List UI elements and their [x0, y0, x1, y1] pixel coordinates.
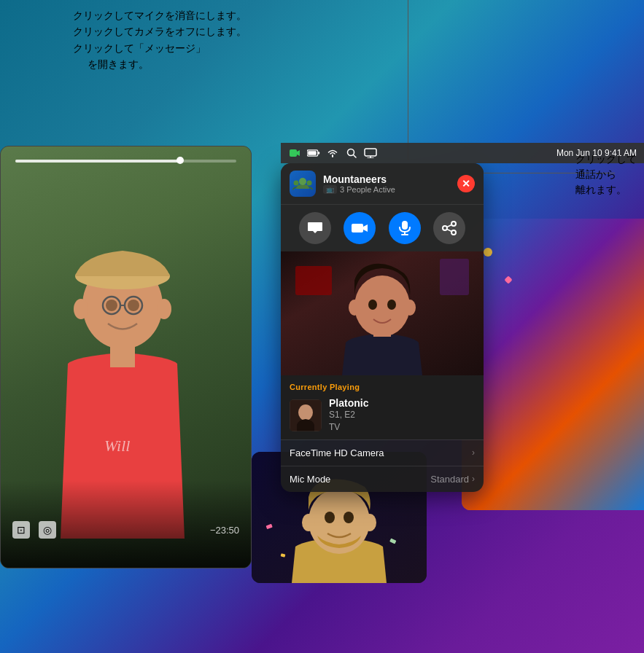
appletv-badge: 📺: [323, 185, 337, 194]
search-icon[interactable]: [345, 146, 358, 160]
svg-point-39: [404, 300, 416, 316]
facetime-menubar-icon[interactable]: [288, 146, 301, 160]
annotation-messages-1: クリックして「メッセージ」: [73, 40, 247, 56]
cp-subtitle-line1: S1, E2: [329, 409, 475, 421]
cp-thumbnail: [290, 399, 322, 431]
svg-point-51: [302, 514, 315, 531]
svg-point-30: [451, 222, 456, 226]
camera-chevron: ›: [472, 447, 475, 458]
svg-rect-24: [352, 224, 363, 232]
colorful-bg-inner: [462, 219, 644, 510]
main-video-player: Will ⊡ ◎: [0, 146, 252, 568]
mic-button[interactable]: [389, 212, 421, 244]
facetime-shareplay-panel: Mountaneers 📺 3 People Active ✕: [281, 163, 484, 492]
svg-point-29: [443, 226, 447, 230]
annotation-mute-mic: クリックしてマイクを消音にします。: [73, 7, 247, 23]
bg-art-1: [295, 266, 332, 295]
annotation-messages-2: を開きます。: [73, 56, 247, 72]
svg-rect-11: [290, 149, 297, 157]
annotation-top-group: クリックしてマイクを消音にします。 クリックしてカメラをオフにします。 クリック…: [73, 7, 247, 73]
camera-button[interactable]: [344, 212, 376, 244]
svg-text:Will: Will: [104, 437, 130, 455]
group-status: 📺 3 People Active: [323, 185, 457, 194]
shareplay-button[interactable]: [433, 212, 465, 244]
volume-slider[interactable]: [15, 160, 236, 163]
message-button[interactable]: [299, 212, 331, 244]
svg-line-17: [354, 155, 357, 158]
svg-line-33: [447, 230, 451, 232]
svg-rect-26: [402, 221, 408, 230]
svg-point-4: [106, 300, 117, 311]
subtitle-icon[interactable]: ⊡: [12, 521, 30, 539]
svg-marker-12: [297, 150, 300, 156]
svg-point-31: [451, 230, 456, 235]
svg-point-9: [74, 299, 88, 319]
svg-point-10: [157, 299, 171, 319]
svg-point-35: [354, 275, 410, 337]
cp-subtitle-line2: TV: [329, 421, 475, 434]
annotation-line-vertical: [408, 0, 408, 160]
bg-art-2: [440, 259, 469, 295]
video-controls: ⊡ ◎ −23:50: [12, 521, 239, 539]
annotation-right-group: クリックして 通話から 離れます。: [575, 152, 637, 198]
battery-icon: [307, 146, 320, 160]
svg-rect-14: [308, 151, 316, 155]
annotation-leave-2: 通話から: [575, 167, 637, 182]
confetti-1: [484, 248, 492, 257]
svg-point-38: [349, 300, 360, 316]
group-text: Mountaneers 📺 3 People Active: [323, 173, 457, 194]
volume-fill: [15, 160, 181, 163]
video-timestamp: −23:50: [210, 525, 239, 536]
svg-point-22: [294, 181, 299, 186]
svg-point-5: [128, 300, 139, 311]
camera-settings-row[interactable]: FaceTime HD Camera ›: [281, 439, 484, 466]
mic-settings-label: Mic Mode: [290, 474, 330, 485]
video-control-icons: ⊡ ◎: [12, 521, 56, 539]
cp-title: Platonic: [329, 397, 475, 409]
svg-rect-18: [365, 149, 376, 156]
svg-point-52: [363, 514, 376, 531]
svg-point-37: [387, 300, 396, 310]
svg-point-41: [298, 404, 313, 421]
close-call-button[interactable]: ✕: [457, 175, 475, 192]
svg-point-36: [368, 300, 377, 310]
action-buttons-row: [281, 205, 484, 251]
annotation-camera-off: クリックしてカメラをオフにします。: [73, 23, 247, 39]
facetime-video-feed: [281, 251, 484, 375]
cp-info: Platonic S1, E2 TV: [329, 397, 475, 434]
currently-playing-label: Currently Playing: [290, 383, 475, 391]
annotation-leave-3: 離れます。: [575, 182, 637, 198]
group-name: Mountaneers: [323, 173, 457, 185]
svg-rect-15: [318, 152, 319, 154]
colorful-background-right: [462, 219, 644, 510]
svg-line-32: [447, 225, 451, 227]
svg-point-49: [325, 512, 335, 523]
currently-playing-content: Platonic S1, E2 TV: [290, 397, 475, 434]
currently-playing-section: Currently Playing Platonic S1, E2 TV: [281, 375, 484, 439]
group-avatar: [290, 171, 316, 197]
camera-settings-label: FaceTime HD Camera: [290, 447, 384, 458]
main-video-content: Will ⊡ ◎: [1, 146, 251, 568]
svg-rect-3: [110, 345, 135, 367]
annotation-leave-1: クリックして: [575, 152, 637, 167]
mic-chevron: ›: [472, 474, 475, 484]
audio-icon[interactable]: ◎: [39, 521, 56, 539]
svg-marker-25: [363, 224, 368, 232]
svg-point-23: [307, 181, 312, 186]
mic-settings-value: Standard ›: [430, 474, 475, 485]
shareplay-icon[interactable]: [364, 146, 377, 160]
svg-point-48: [309, 488, 370, 554]
wifi-icon: [326, 146, 339, 160]
group-info-row: Mountaneers 📺 3 People Active ✕: [281, 163, 484, 205]
cp-thumbnail-image: [290, 399, 322, 431]
mic-settings-row[interactable]: Mic Mode Standard ›: [281, 466, 484, 492]
svg-point-50: [344, 512, 354, 523]
svg-point-21: [299, 178, 306, 185]
